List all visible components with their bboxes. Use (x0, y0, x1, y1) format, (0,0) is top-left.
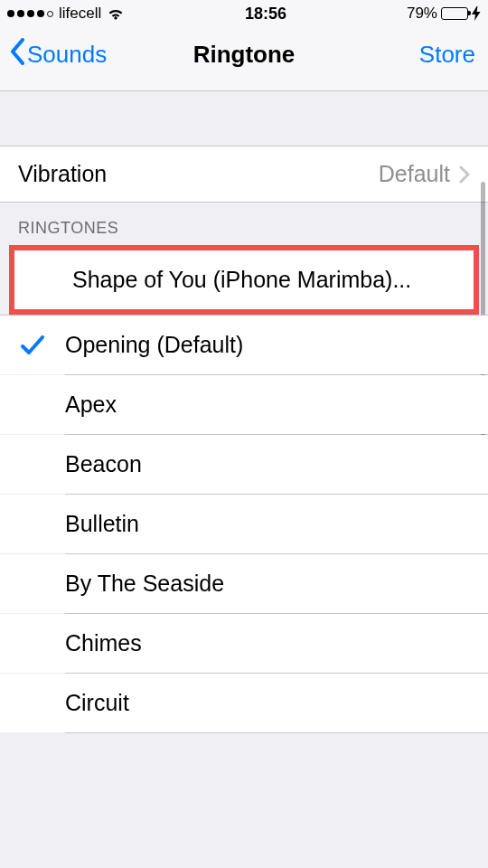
ringtone-label: Beacon (65, 451, 488, 477)
battery-percent: 79% (407, 5, 437, 23)
ringtone-row[interactable]: Chimes (0, 614, 488, 673)
content: Vibration Default RINGTONES Shape of You… (0, 91, 488, 733)
highlighted-ringtone: Shape of You (iPhone Marimba)... (9, 245, 479, 315)
signal-strength-icon (7, 10, 53, 17)
battery-icon (441, 7, 468, 20)
ringtone-label: Apex (65, 392, 488, 418)
ringtone-row[interactable]: Beacon (0, 435, 488, 494)
status-left: lifecell (7, 5, 125, 23)
status-time: 18:56 (245, 5, 286, 24)
ringtone-row[interactable]: By The Seaside (0, 554, 488, 613)
chevron-right-icon (459, 165, 470, 184)
vibration-value: Default (379, 161, 450, 187)
page-title: Ringtone (193, 41, 296, 69)
ringtone-label: Bulletin (65, 511, 488, 537)
back-label: Sounds (27, 41, 107, 69)
checkmark-icon (0, 335, 65, 355)
ringtone-row[interactable]: Bulletin (0, 495, 488, 553)
wifi-icon (107, 7, 125, 20)
ringtone-label: Circuit (65, 690, 488, 716)
store-button[interactable]: Store (419, 41, 475, 69)
vibration-row[interactable]: Vibration Default (0, 146, 488, 203)
ringtone-row[interactable]: Apex (0, 375, 488, 434)
status-right: 79% (407, 5, 481, 23)
ringtone-label: By The Seaside (65, 571, 488, 597)
carrier-label: lifecell (59, 5, 101, 23)
status-bar: lifecell 18:56 79% (0, 0, 488, 27)
nav-bar: Sounds Ringtone Store (0, 27, 488, 90)
charging-icon (472, 6, 481, 21)
ringtone-row-custom[interactable]: Shape of You (iPhone Marimba)... (14, 250, 474, 309)
ringtone-row[interactable]: Circuit (0, 674, 488, 732)
ringtone-row[interactable]: Opening (Default) (0, 315, 488, 374)
vibration-label: Vibration (18, 161, 107, 187)
ringtone-label: Chimes (65, 630, 488, 656)
back-button[interactable]: Sounds (9, 38, 107, 71)
ringtone-label: Shape of You (iPhone Marimba)... (72, 267, 466, 293)
ringtone-label: Opening (Default) (65, 332, 488, 358)
chevron-left-icon (9, 38, 25, 71)
ringtones-section-header: RINGTONES (0, 203, 488, 245)
ringtone-list: Opening (Default) Apex Beacon Bulletin B… (0, 315, 488, 733)
